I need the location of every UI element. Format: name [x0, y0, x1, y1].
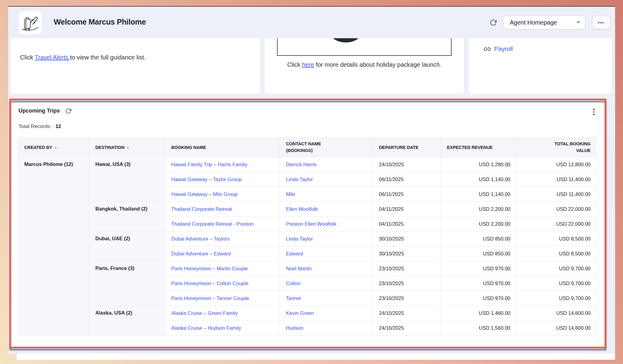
- expected-revenue-cell: USD 970.00: [441, 276, 516, 291]
- here-link[interactable]: here: [302, 61, 314, 68]
- column-header-expected-revenue[interactable]: EXPECTED REVENUE: [441, 138, 516, 157]
- expected-revenue-cell: USD 970.00: [441, 291, 516, 306]
- booking-name-link[interactable]: Dubai Adventure – Edward: [171, 251, 231, 256]
- total-booking-value-cell: USD 9,700.00: [516, 276, 596, 291]
- booking-name-link[interactable]: Paris Honeymoon – Tanner Couple: [171, 295, 249, 301]
- created-by-cell: Marcus Philome (12): [18, 157, 89, 335]
- total-records-value: 12: [55, 123, 61, 129]
- contact-name-link[interactable]: Linda Taylor: [286, 236, 313, 241]
- departure-date-cell: 24/10/2025: [373, 157, 441, 172]
- panel-title: Upcoming Trips: [19, 108, 60, 114]
- booking-name-link[interactable]: Thailand Corporate Retreat - Preston: [171, 221, 254, 227]
- column-label: EXPECTED REVENUE: [447, 145, 493, 150]
- expected-revenue-cell: USD 1,140.00: [441, 172, 516, 187]
- column-label: DESTINATION: [95, 145, 124, 150]
- booking-name-cell: Dubai Adventure – Edward: [165, 246, 280, 261]
- expected-revenue-cell: USD 1,280.00: [441, 157, 516, 172]
- column-header-created-by[interactable]: CREATED BY▲: [18, 138, 89, 157]
- column-header-departure-date[interactable]: DEPARTURE DATE: [373, 138, 441, 157]
- column-header-destination[interactable]: DESTINATION▲: [89, 138, 165, 157]
- booking-name-cell: Thailand Corporate Retreat - Preston: [165, 217, 280, 231]
- contact-name-cell: Kevin Green: [280, 306, 373, 321]
- contact-name-link[interactable]: Ellen Woolfolk: [286, 206, 318, 212]
- destination-cell: Dubai, UAE (2): [89, 231, 165, 261]
- total-booking-value-cell: USD 12,800.00: [516, 157, 596, 172]
- homepage-selector[interactable]: Agent Homepage: [503, 15, 585, 29]
- total-booking-value-cell: USD 9,700.00: [516, 291, 596, 306]
- contact-name-cell: Milo: [280, 187, 373, 202]
- column-label: DEPARTURE DATE: [379, 145, 418, 150]
- column-label: TOTAL BOOKING VALUE: [545, 141, 591, 153]
- contact-name-link[interactable]: Hudson: [286, 325, 303, 331]
- expected-revenue-cell: USD 1,140.00: [441, 187, 516, 202]
- total-booking-value-cell: USD 8,500.00: [516, 246, 596, 261]
- column-label: CONTACT NAME (BOOKINGS): [286, 141, 332, 153]
- booking-name-cell: Dubai Adventure – Taylors: [165, 231, 280, 246]
- payroll-link[interactable]: Payroll: [494, 46, 513, 52]
- booking-name-link[interactable]: Hawaii Family Trip – Harris Family: [171, 162, 247, 167]
- booking-name-cell: Thailand Corporate Retreat: [165, 202, 280, 217]
- more-options-button[interactable]: •••: [592, 16, 610, 29]
- contact-name-cell: Linda Taylor: [280, 231, 373, 246]
- booking-name-link[interactable]: Hawaii Getaway – Taylor Group: [171, 177, 242, 182]
- chevron-down-icon: [577, 21, 580, 24]
- booking-name-link[interactable]: Alaska Cruise – Green Family: [171, 310, 238, 316]
- booking-name-link[interactable]: Alaska Cruise – Hudson Family: [171, 325, 241, 331]
- contact-name-link[interactable]: Preston Ellen Woolfolk: [286, 221, 336, 227]
- header-refresh-icon[interactable]: [490, 19, 497, 26]
- table-row: Paris, France (3)Paris Honeymoon – Marti…: [18, 261, 596, 276]
- announcement-card: Click here for more details about holida…: [265, 38, 464, 94]
- column-header-booking-name[interactable]: BOOKING NAME: [165, 138, 280, 157]
- departure-date-cell: 06/11/2025: [373, 187, 441, 202]
- booking-name-link[interactable]: Hawaii Getaway – Milo Group: [171, 191, 237, 197]
- column-header-total-booking-value[interactable]: TOTAL BOOKING VALUE: [516, 138, 596, 157]
- refresh-icon[interactable]: [65, 108, 71, 114]
- departure-date-cell: 30/10/2025: [373, 246, 441, 261]
- departure-date-cell: 04/11/2025: [373, 217, 441, 231]
- booking-name-link[interactable]: Dubai Adventure – Taylors: [171, 236, 230, 241]
- travel-alerts-link[interactable]: Travel Alerts: [35, 54, 70, 61]
- contact-name-cell: Edward: [280, 246, 373, 261]
- departure-date-cell: 23/10/2025: [373, 276, 441, 291]
- contact-name-link[interactable]: Edward: [286, 251, 303, 256]
- destination-cell: Bangkok, Thailand (2): [89, 202, 165, 231]
- contact-name-link[interactable]: Linda Taylor: [286, 177, 313, 182]
- booking-name-cell: Hawaii Getaway – Taylor Group: [165, 172, 280, 187]
- expected-revenue-cell: USD 850.00: [441, 231, 516, 246]
- departure-date-cell: 23/10/2025: [373, 291, 441, 306]
- total-booking-value-cell: USD 11,400.00: [516, 187, 596, 202]
- contact-name-cell: Tanner: [280, 291, 373, 306]
- contact-name-cell: Hudson: [280, 321, 373, 335]
- payroll-link-row[interactable]: Payroll: [484, 46, 513, 52]
- sort-icon: ▲: [54, 146, 57, 149]
- guidance-card: Click Travel Alerts to view the full gui…: [11, 38, 260, 94]
- contact-name-cell: Noel Martin: [280, 261, 373, 276]
- column-header-contact-name-bookings[interactable]: CONTACT NAME (BOOKINGS): [280, 138, 373, 157]
- destination-cell: Paris, France (3): [89, 261, 165, 306]
- contact-name-link[interactable]: Milo: [286, 191, 295, 197]
- page-title: Welcome Marcus Philome: [54, 18, 146, 26]
- departure-date-cell: 23/10/2025: [373, 261, 441, 276]
- contact-name-cell: Preston Ellen Woolfolk: [280, 217, 373, 231]
- booking-name-link[interactable]: Paris Honeymoon – Colton Couple: [171, 281, 248, 286]
- contact-name-cell: Colton: [280, 276, 373, 291]
- booking-name-link[interactable]: Thailand Corporate Retreat: [171, 206, 232, 212]
- contact-name-link[interactable]: Kevin Green: [286, 310, 314, 316]
- expected-revenue-cell: USD 2,200.00: [441, 217, 516, 231]
- destination-cell: Hawai, USA (3): [89, 157, 165, 202]
- bottom-strip: [17, 354, 615, 360]
- contact-name-link[interactable]: Colton: [286, 281, 301, 286]
- booking-name-link[interactable]: Paris Honeymoon – Martin Couple: [171, 266, 248, 271]
- contact-name-link[interactable]: Noel Martin: [286, 266, 312, 271]
- contact-name-cell: Derrick Harris: [280, 157, 373, 172]
- booking-name-cell: Paris Honeymoon – Tanner Couple: [165, 291, 280, 306]
- total-booking-value-cell: USD 22,000.00: [516, 202, 596, 217]
- total-booking-value-cell: USD 14,600.00: [516, 306, 596, 321]
- contact-name-link[interactable]: Tanner: [286, 295, 301, 301]
- departure-date-cell: 04/11/2025: [373, 202, 441, 217]
- kebab-menu-icon[interactable]: [591, 107, 597, 117]
- contact-name-link[interactable]: Derrick Harris: [286, 162, 317, 167]
- expected-revenue-cell: USD 1,460.00: [441, 306, 516, 321]
- image-fragment: [332, 38, 360, 42]
- page-header: Welcome Marcus Philome Agent Homepage ••…: [8, 7, 615, 38]
